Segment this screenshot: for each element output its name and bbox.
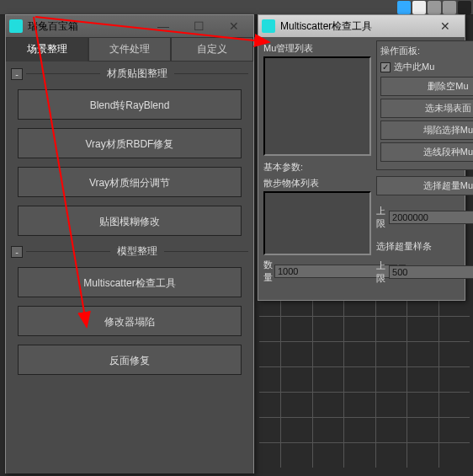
minimize-button[interactable]: — — [151, 19, 176, 33]
ops-panel-label: 操作面板: — [380, 45, 473, 57]
btn-select-over-mu[interactable]: 选择超量Mu — [376, 176, 473, 195]
basic-params-label: 基本参数: — [263, 161, 371, 174]
count-label: 数量 — [263, 259, 273, 284]
close-button[interactable]: ✕ — [221, 19, 247, 33]
sample-label: 选择超量样条 — [376, 240, 473, 253]
app-icon — [262, 19, 275, 33]
toolbar-icon[interactable] — [458, 1, 471, 14]
btn-flip-repair[interactable]: 反面修复 — [18, 345, 241, 375]
sample-upper-input[interactable] — [389, 265, 473, 279]
select-mu-checkbox[interactable]: ✓ — [380, 62, 391, 72]
titlebar[interactable]: 瑞兔百宝箱 — ☐ ✕ — [6, 15, 253, 37]
upper-input[interactable] — [389, 211, 473, 224]
tab-custom[interactable]: 自定义 — [171, 37, 253, 62]
btn-delete-empty-mu[interactable]: 删除空Mu — [380, 77, 473, 96]
section-title: 材质贴图整理 — [100, 67, 174, 81]
scatter-list-label: 散步物体列表 — [263, 177, 371, 190]
btn-select-spline-mu[interactable]: 选线段种Mu — [380, 142, 473, 162]
btn-modifier-collapse[interactable]: 修改器塌陷 — [18, 306, 241, 336]
btn-multiscatter-check[interactable]: Multiscatter检查工具 — [18, 267, 241, 297]
section-toggle[interactable]: - — [11, 246, 23, 258]
scatter-list[interactable] — [263, 191, 371, 255]
section-toggle[interactable]: - — [11, 68, 23, 80]
btn-select-uncollapsed[interactable]: 选未塌表面 — [380, 99, 473, 118]
btn-vray-subdiv[interactable]: Vray材质细分调节 — [18, 167, 241, 197]
upper-label: 上限 — [376, 205, 387, 230]
treasure-box-window: 瑞兔百宝箱 — ☐ ✕ 场景整理 文件处理 自定义 - 材质贴图整理 Blend… — [5, 14, 254, 473]
maximize-button[interactable]: ☐ — [186, 19, 211, 33]
tab-scene[interactable]: 场景整理 — [6, 37, 88, 62]
toolbar-icon[interactable] — [443, 1, 456, 14]
window-title: 瑞兔百宝箱 — [28, 19, 151, 34]
close-button[interactable]: ✕ — [433, 19, 458, 33]
mu-list[interactable] — [263, 56, 371, 156]
toolbar-icon[interactable] — [397, 1, 411, 14]
multiscatter-inspector-window: Multiscatter检查工具 ✕ Mu管理列表 基本参数: 散步物体列表 数… — [258, 14, 465, 301]
section-title: 模型整理 — [110, 244, 164, 259]
mu-list-label: Mu管理列表 — [263, 42, 371, 55]
btn-collapse-selected[interactable]: 塌陷选择Mu — [380, 120, 473, 140]
toolbar-icon[interactable] — [412, 1, 426, 14]
titlebar[interactable]: Multiscatter检查工具 ✕ — [258, 15, 465, 37]
tab-bar: 场景整理 文件处理 自定义 — [6, 37, 253, 62]
btn-texture-blur[interactable]: 贴图模糊修改 — [18, 206, 241, 236]
toolbar-icon[interactable] — [428, 1, 441, 14]
btn-blend-rayblend[interactable]: Blend转RayBlend — [18, 89, 241, 120]
sample-upper-label: 上限 — [376, 259, 387, 285]
btn-vray-rbdf[interactable]: Vray材质RBDF修复 — [18, 128, 241, 158]
tab-file[interactable]: 文件处理 — [88, 37, 171, 62]
window-title: Multiscatter检查工具 — [280, 19, 433, 34]
select-mu-label: 选中此Mu — [394, 61, 434, 73]
app-icon — [9, 19, 23, 33]
viewport-grid — [259, 299, 470, 468]
